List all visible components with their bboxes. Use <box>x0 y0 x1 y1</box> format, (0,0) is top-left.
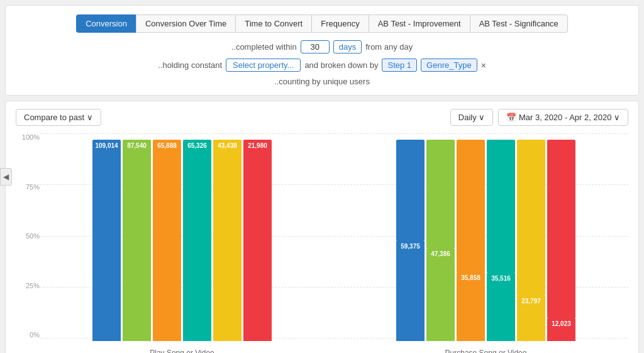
bar-wrap-2-2: 47,386 <box>426 140 455 341</box>
bar-1-2: 87,540 <box>123 140 151 341</box>
bar-hatch-2-3 <box>457 140 485 272</box>
bar-solid-2-1: 59,375 <box>396 240 425 341</box>
bar-wrap-2-1: 59,375 <box>396 140 425 341</box>
chart-panel: Compare to past ∨ Daily ∨ 📅 Mar 3, 2020 … <box>5 101 639 353</box>
bar-hatch-2-6 <box>547 140 575 318</box>
bar-label-1-1: 109,014 <box>95 142 118 149</box>
tab-time-to-convert[interactable]: Time to Convert <box>235 14 311 33</box>
bar-wrap-1-3: 65,888 <box>153 140 181 341</box>
filter1-suffix: from any day <box>365 42 413 52</box>
bar-solid-2-3: 35,858 <box>457 272 485 341</box>
tab-ab-test-significance[interactable]: AB Test - Significance <box>470 14 568 33</box>
bar-label-2-2: 47,386 <box>431 250 450 257</box>
bar-hatch-2-1 <box>396 140 425 240</box>
tab-conversion-over-time[interactable]: Conversion Over Time <box>136 14 235 33</box>
y-label-0: 0% <box>16 331 40 339</box>
x-label-purchase: Purchase Song or Video <box>343 345 628 353</box>
bar-label-1-6: 21,980 <box>248 142 267 149</box>
days-badge[interactable]: days <box>333 40 362 53</box>
bar-wrap-2-4: 35,516 <box>487 140 515 341</box>
bar-wrap-1-5: 43,438 <box>213 140 242 341</box>
bar-wrap-2-5: 23,797 <box>517 140 545 341</box>
bar-wrap-1-2: 87,540 <box>123 140 151 341</box>
bar-wrap-2-3: 35,858 <box>457 140 485 341</box>
chart-area: 100% 75% 50% 25% 0% 109,014 <box>16 133 628 353</box>
bar-label-2-3: 35,858 <box>461 274 480 281</box>
bar-label-2-6: 12,023 <box>552 320 571 327</box>
bar-1-6: 21,980 <box>243 140 272 341</box>
top-panel: Conversion Conversion Over Time Time to … <box>5 5 639 96</box>
bar-hatch-2-4 <box>487 140 515 272</box>
right-controls: Daily ∨ 📅 Mar 3, 2020 - Apr 2, 2020 ∨ <box>450 109 628 126</box>
bar-wrap-1-6: 21,980 <box>243 140 272 341</box>
x-label-play: Play Song or Video <box>40 345 325 353</box>
filter-row-2: ..holding constant Select property... an… <box>18 59 626 72</box>
and-broken-down-label: and broken down by <box>304 60 378 70</box>
bar-label-2-5: 23,797 <box>521 298 541 305</box>
y-axis: 100% 75% 50% 25% 0% <box>16 133 40 353</box>
bar-hatch-2-5 <box>517 140 545 295</box>
bar-solid-2-2: 47,386 <box>426 248 455 341</box>
bar-hatch-2-2 <box>426 140 455 248</box>
filter-row-3: ..counting by unique users <box>18 77 626 86</box>
filter-row-1: ..completed within days from any day <box>18 40 626 53</box>
left-scroll-arrow[interactable]: ◀ <box>0 168 12 186</box>
bar-1-1: 109,014 <box>92 140 121 341</box>
days-input[interactable] <box>301 40 330 53</box>
chart-body: 109,014 87,540 65,888 <box>40 133 628 353</box>
compare-to-past-button[interactable]: Compare to past ∨ <box>16 109 101 126</box>
select-property-button[interactable]: Select property... <box>226 59 301 72</box>
genre-type-badge[interactable]: Genre_Type <box>421 59 477 72</box>
bar-solid-2-4: 35,516 <box>487 272 515 341</box>
bar-1-4: 65,326 <box>183 140 211 341</box>
filter1-prefix: ..completed within <box>231 42 297 52</box>
bar-solid-2-5: 23,797 <box>517 295 545 341</box>
tab-ab-test-improvement[interactable]: AB Test - Improvement <box>369 14 470 33</box>
y-label-75: 75% <box>16 183 40 191</box>
chart-controls: Compare to past ∨ Daily ∨ 📅 Mar 3, 2020 … <box>16 109 628 126</box>
bar-1-5: 43,438 <box>213 140 242 341</box>
bar-label-2-1: 59,375 <box>401 243 420 250</box>
bar-wrap-1-1: 109,014 <box>92 140 121 341</box>
bar-wrap-2-6: 12,023 <box>547 140 575 341</box>
y-label-25: 25% <box>16 282 40 289</box>
bar-label-1-5: 43,438 <box>218 142 237 149</box>
bar-solid-2-6: 12,023 <box>547 318 575 341</box>
date-range-button[interactable]: 📅 Mar 3, 2020 - Apr 2, 2020 ∨ <box>498 109 628 126</box>
x-labels: Play Song or Video Purchase Song or Vide… <box>40 345 628 353</box>
group-purchase-song: 59,375 47,386 <box>343 140 628 341</box>
group-play-song: 109,014 87,540 65,888 <box>40 140 325 341</box>
bar-label-1-4: 65,326 <box>187 142 207 149</box>
bar-wrap-1-4: 65,326 <box>183 140 211 341</box>
y-label-50: 50% <box>16 232 40 240</box>
close-icon[interactable]: × <box>481 60 486 70</box>
bar-label-2-4: 35,516 <box>491 275 511 282</box>
y-label-100: 100% <box>16 133 40 141</box>
bar-label-1-3: 65,888 <box>157 142 177 149</box>
bar-label-1-2: 87,540 <box>127 142 147 149</box>
tab-frequency[interactable]: Frequency <box>311 14 368 33</box>
step1-badge[interactable]: Step 1 <box>382 59 417 72</box>
holding-constant-label: ..holding constant <box>158 60 222 70</box>
tab-conversion[interactable]: Conversion <box>76 14 136 33</box>
tabs-row: Conversion Conversion Over Time Time to … <box>18 14 626 33</box>
daily-button[interactable]: Daily ∨ <box>450 109 494 126</box>
bar-1-3: 65,888 <box>153 140 181 341</box>
counting-label: ..counting by unique users <box>274 77 370 86</box>
